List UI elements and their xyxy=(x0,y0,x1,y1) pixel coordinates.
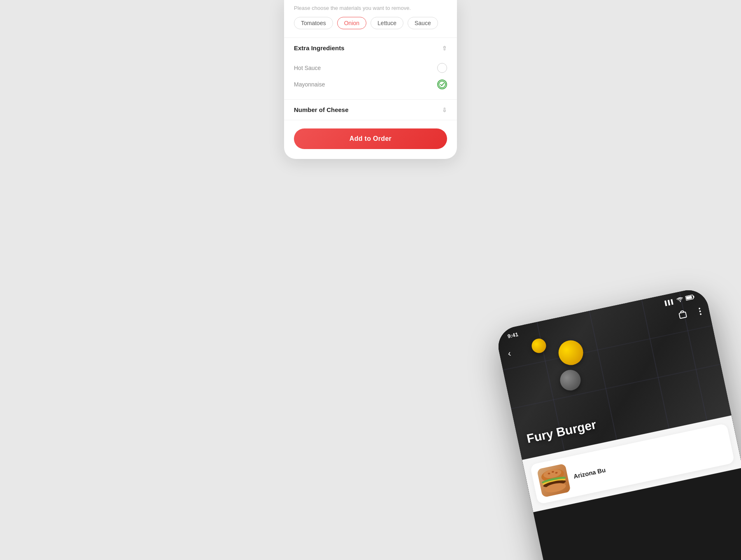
extra-ingredients-header[interactable]: Extra Ingredients ⇧ xyxy=(284,38,457,58)
signal-icon: ▌▌▌ xyxy=(664,299,675,306)
mayonnaise-label: Mayonnaise xyxy=(294,81,325,88)
hot-sauce-label: Hot Sauce xyxy=(294,65,321,71)
mayonnaise-radio[interactable] xyxy=(437,79,447,89)
hot-sauce-row: Hot Sauce xyxy=(294,60,447,76)
svg-point-7 xyxy=(700,313,702,315)
battery-icon xyxy=(685,294,695,301)
cheese-section: Number of Cheese ⇩ xyxy=(284,100,457,120)
cheese-header[interactable]: Number of Cheese ⇩ xyxy=(294,106,447,113)
tag-tomatoes[interactable]: Tomatoes xyxy=(294,17,333,29)
svg-point-6 xyxy=(699,310,701,313)
wifi-icon xyxy=(676,296,684,303)
add-to-order-button[interactable]: Add to Order xyxy=(294,128,447,149)
product-image xyxy=(537,463,571,497)
phone-mockup: 9:41 ▌▌▌ xyxy=(495,287,741,560)
svg-point-0 xyxy=(439,81,445,88)
hline-2 xyxy=(511,364,721,409)
table-decoration-2 xyxy=(558,368,583,392)
hot-sauce-radio[interactable] xyxy=(437,63,447,73)
phone-time: 9:41 xyxy=(507,331,519,339)
table-decoration-3 xyxy=(530,337,548,355)
burger-svg xyxy=(538,467,569,494)
remove-section: Please choose the materials you want to … xyxy=(284,0,457,38)
cheese-title: Number of Cheese xyxy=(294,106,349,113)
chevron-down-icon: ⇩ xyxy=(442,107,447,113)
remove-hint: Please choose the materials you want to … xyxy=(294,5,447,11)
svg-point-5 xyxy=(699,308,701,310)
chevron-up-icon: ⇧ xyxy=(442,45,447,51)
table-decoration-1 xyxy=(556,338,585,367)
extra-ingredients-content: Hot Sauce Mayonnaise xyxy=(284,58,457,99)
phone-frame: 9:41 ▌▌▌ xyxy=(495,287,741,560)
bag-icon xyxy=(677,309,688,320)
svg-rect-4 xyxy=(679,312,687,318)
extra-ingredients-section: Extra Ingredients ⇧ Hot Sauce Mayonnaise xyxy=(284,38,457,100)
ingredient-tags: Tomatoes Onion Lettuce Sauce xyxy=(294,17,447,29)
extra-ingredients-title: Extra Ingredients xyxy=(294,44,345,51)
mayonnaise-row: Mayonnaise xyxy=(294,76,447,93)
product-info: Arizona Bu xyxy=(573,466,606,480)
vline-3 xyxy=(641,300,669,429)
check-icon xyxy=(438,81,446,88)
tag-sauce[interactable]: Sauce xyxy=(408,17,438,29)
tag-lettuce[interactable]: Lettuce xyxy=(370,17,403,29)
product-name: Arizona Bu xyxy=(573,466,606,480)
tag-onion[interactable]: Onion xyxy=(337,17,366,29)
customization-card: Please choose the materials you want to … xyxy=(284,0,457,159)
